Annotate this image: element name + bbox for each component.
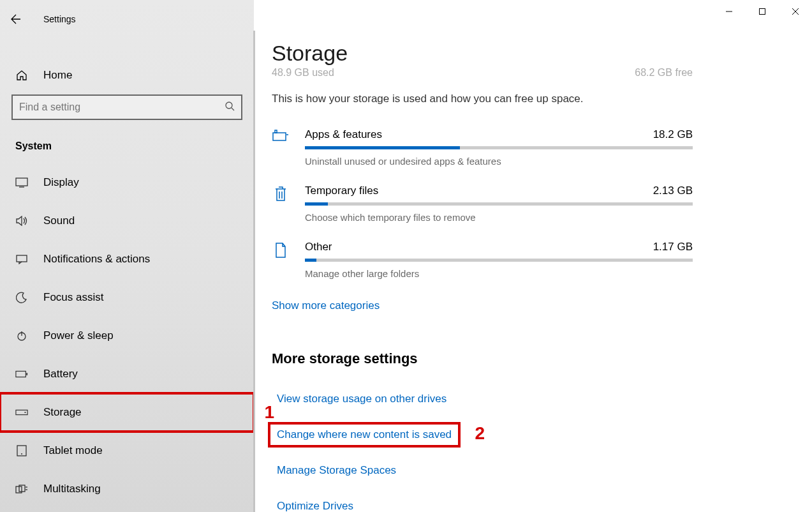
category-size: 1.17 GB [653,241,693,253]
sidebar-section-header: System [0,135,254,163]
nav-item-power-sleep[interactable]: Power & sleep [0,317,254,355]
link-optimize-drives[interactable]: Optimize Drives [272,497,358,512]
nav-item-sound[interactable]: Sound [0,202,254,240]
svg-rect-22 [275,130,277,133]
link-change-where-new-content-saved[interactable]: Change where new content is saved [272,426,457,444]
nav-item-label: Notifications & actions [43,253,150,266]
link-show-more-categories[interactable]: Show more categories [272,299,380,312]
progress-bar [305,259,693,262]
nav-item-label: Battery [43,368,78,380]
nav-item-label: Focus assist [43,291,103,304]
svg-point-10 [24,412,26,413]
nav-item-storage[interactable]: Storage 1 [0,393,254,432]
free-label: 68.2 GB free [635,67,693,79]
nav-list: Display Sound Notifications & actions Fo… [0,163,254,508]
display-icon [15,177,28,188]
tablet-icon [15,445,28,456]
minimize-button[interactable] [712,0,746,23]
search-input[interactable] [19,102,225,113]
nav-item-battery[interactable]: Battery [0,355,254,393]
svg-rect-18 [760,9,765,15]
main-content: Storage 48.9 GB used 68.2 GB free This i… [254,0,812,512]
search-icon [225,101,235,114]
link-view-storage-other-drives[interactable]: View storage usage on other drives [272,390,452,408]
nav-item-focus-assist[interactable]: Focus assist [0,278,254,317]
maximize-button[interactable] [746,0,779,23]
trash-icon [272,186,290,202]
category-hint: Uninstall unused or undesired apps & fea… [305,156,693,167]
window-title: Settings [43,14,76,24]
sound-icon [15,216,28,226]
category-name: Temporary files [305,184,378,197]
page-title: Storage [272,41,794,66]
svg-rect-7 [16,371,26,377]
category-hint: Manage other large folders [305,268,693,279]
nav-item-label: Power & sleep [43,329,114,342]
nav-item-label: Storage [43,406,82,419]
nav-home[interactable]: Home [0,60,254,91]
nav-item-label: Multitasking [43,483,101,495]
window-controls [712,0,812,23]
minimize-icon [725,8,733,15]
document-icon [272,242,290,259]
svg-point-12 [21,453,22,455]
category-other[interactable]: Other1.17 GB Manage other large folders [272,241,693,279]
nav-item-display[interactable]: Display [0,163,254,202]
link-manage-storage-spaces[interactable]: Manage Storage Spaces [272,462,401,479]
more-settings-title: More storage settings [272,350,794,367]
home-icon [15,69,28,82]
nav-item-label: Display [43,176,79,189]
category-name: Other [305,241,332,253]
nav-item-tablet-mode[interactable]: Tablet mode [0,432,254,470]
svg-point-0 [226,102,232,109]
annotation-marker-2: 2 [475,423,485,444]
category-size: 2.13 GB [653,184,693,197]
svg-line-1 [232,108,234,110]
storage-icon [15,409,28,416]
multitask-icon [15,485,28,493]
svg-rect-2 [16,178,27,186]
used-label: 48.9 GB used [272,67,334,79]
progress-bar [305,202,693,206]
usage-line: 48.9 GB used 68.2 GB free [272,67,693,79]
nav-item-multitasking[interactable]: Multitasking [0,470,254,508]
nav-item-label: Tablet mode [43,444,103,457]
maximize-icon [758,8,766,15]
moon-icon [15,292,28,303]
category-hint: Choose which temporary files to remove [305,212,693,223]
category-temporary-files[interactable]: Temporary files2.13 GB Choose which temp… [272,184,693,223]
arrow-left-icon [11,14,21,24]
battery-icon [15,370,28,378]
nav-item-label: Sound [43,215,75,227]
more-links: View storage usage on other drives Chang… [272,390,794,512]
power-icon [15,330,28,342]
nav-home-label: Home [43,69,72,82]
close-icon [792,8,799,15]
nav-item-notifications[interactable]: Notifications & actions [0,240,254,278]
search-box[interactable] [11,94,242,120]
category-name: Apps & features [305,128,382,141]
apps-icon [272,130,290,142]
category-list: Apps & features18.2 GB Uninstall unused … [272,128,693,279]
svg-rect-8 [26,373,27,375]
notifications-icon [15,254,28,264]
back-button[interactable] [4,9,28,29]
category-apps-features[interactable]: Apps & features18.2 GB Uninstall unused … [272,128,693,167]
close-button[interactable] [779,0,812,23]
category-size: 18.2 GB [653,128,693,141]
sidebar: Settings Home System Display Sound Notif… [0,0,254,512]
intro-text: This is how your storage is used and how… [272,93,693,105]
svg-rect-4 [17,255,27,262]
progress-bar [305,146,693,149]
svg-rect-21 [273,133,286,140]
